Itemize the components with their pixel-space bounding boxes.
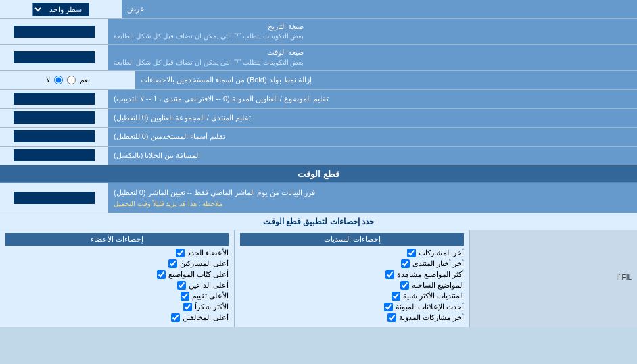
stats-forums-col: إحصاءات المنتديات أخر المشاركات أخر أخبا…	[234, 230, 469, 327]
label-forum: تقليم المنتدى / المجموعة العناوين (0 للت…	[108, 109, 637, 127]
stats-members-check-0[interactable]	[176, 249, 185, 257]
stats-members-item-1: أعلى المشاركين	[5, 259, 229, 268]
row-usernames: تقليم أسماء المستخدمين (0 للتعطيل) 0	[0, 128, 637, 147]
label-spacing: المسافة بين الخلايا (بالبكسل)	[108, 147, 637, 165]
stats-members-header: إحصاءات الأعضاء	[5, 233, 229, 246]
subject-input[interactable]: 33	[14, 93, 95, 105]
stats-forums-item-5: أحدث الإعلانات المبونة	[240, 303, 463, 311]
stats-forums-label-1: أخر أخبار المنتدى	[412, 259, 464, 268]
stats-forums-label-3: المواضيع الساخنة	[412, 281, 464, 290]
input-subject[interactable]: 33	[0, 90, 108, 108]
radio-yes-label: نعم	[80, 76, 90, 84]
forum-input[interactable]: 33	[14, 111, 95, 124]
input-display[interactable]: سطر واحد سطرين ثلاثة اسطر	[0, 0, 122, 18]
stats-forums-item-1: أخر أخبار المنتدى	[240, 259, 463, 268]
label-time-format: صيغة الوقت بعض التكوينات يتطلب "/" التي …	[108, 45, 637, 70]
cutoff-input[interactable]: 0	[14, 192, 95, 204]
row-subject: تقليم الموضوع / العناوين المدونة (0 -- ا…	[0, 90, 637, 109]
stats-members-check-4[interactable]	[181, 292, 189, 301]
label-cutoff: فرز البيانات من يوم الماشر الماضي فقط --…	[108, 183, 637, 213]
stats-members-label-6: أعلى المخالفين	[183, 313, 229, 322]
stats-forums-check-0[interactable]	[407, 249, 416, 257]
stats-container: If FIL إحصاءات المنتديات أخر المشاركات أ…	[0, 230, 637, 327]
radio-no-label: لا	[46, 76, 50, 84]
input-spacing[interactable]: 2	[0, 147, 108, 165]
stats-members-label-1: أعلى المشاركين	[180, 259, 229, 268]
stats-members-check-2[interactable]	[157, 270, 166, 279]
stats-forums-label-0: أخر المشاركات	[419, 249, 464, 257]
radio-bold-cell: نعم لا	[41, 74, 95, 86]
time-format-input[interactable]: H:i	[14, 51, 95, 63]
stats-members-item-3: أعلى الداعين	[5, 281, 229, 290]
stats-members-item-2: أعلى كتّاب المواضيع	[5, 270, 229, 279]
stats-forums-label-2: أكثر المواضيع مشاهدة	[397, 270, 464, 279]
label-display: عرض	[122, 0, 637, 18]
stats-forums-header: إحصاءات المنتديات	[240, 233, 463, 246]
stats-members-label-5: الأكثر شكراً	[195, 303, 229, 311]
spacing-input[interactable]: 2	[14, 149, 95, 161]
stats-forums-item-0: أخر المشاركات	[240, 249, 463, 257]
radio-bold-yes[interactable]	[67, 76, 76, 84]
stats-members-check-5[interactable]	[183, 303, 192, 311]
stats-forums-check-2[interactable]	[385, 270, 394, 279]
row-bold: إزالة نمط بولد (Bold) من اسماء المستخدمي…	[0, 71, 637, 90]
input-cutoff[interactable]: 0	[0, 183, 108, 213]
input-date-format[interactable]: d-m	[0, 19, 108, 44]
main-container: عرض سطر واحد سطرين ثلاثة اسطر صيغة التار…	[0, 0, 637, 327]
stats-section-header: حدد إحصاءات لتطبيق قطع الوقت	[0, 213, 637, 230]
stats-forums-check-4[interactable]	[392, 292, 400, 301]
stats-forums-label-4: المنتديات الأكثر شبية	[403, 292, 464, 301]
stats-members-check-3[interactable]	[177, 281, 186, 290]
stats-forums-check-5[interactable]	[384, 303, 393, 311]
stats-forums-check-6[interactable]	[387, 313, 396, 322]
section-header-cutoff: قطع الوقت	[0, 165, 637, 183]
stats-note-col: If FIL	[469, 230, 637, 327]
row-date-format: صيغة التاريخ بعض التكوينات يتطلب "/" الت…	[0, 19, 637, 45]
row-time-format: صيغة الوقت بعض التكوينات يتطلب "/" التي …	[0, 45, 637, 70]
stats-forums-item-2: أكثر المواضيع مشاهدة	[240, 270, 463, 279]
stats-forums-item-6: أخر مشاركات المدونة	[240, 313, 463, 322]
stats-members-check-1[interactable]	[168, 259, 177, 268]
input-time-format[interactable]: H:i	[0, 45, 108, 70]
input-usernames[interactable]: 0	[0, 128, 108, 146]
stats-members-label-3: أعلى الداعين	[189, 281, 229, 290]
usernames-input[interactable]: 0	[14, 130, 95, 142]
stats-forums-label-5: أحدث الإعلانات المبونة	[396, 303, 464, 311]
input-forum[interactable]: 33	[0, 109, 108, 127]
stats-forums-check-1[interactable]	[401, 259, 410, 268]
stats-forums-check-3[interactable]	[400, 281, 409, 290]
label-usernames: تقليم أسماء المستخدمين (0 للتعطيل)	[108, 128, 637, 146]
row-cutoff: فرز البيانات من يوم الماشر الماضي فقط --…	[0, 183, 637, 213]
stats-members-item-4: الأعلى تقييم	[5, 292, 229, 301]
stats-forums-item-4: المنتديات الأكثر شبية	[240, 292, 463, 301]
stats-members-check-6[interactable]	[171, 313, 180, 322]
row-display: عرض سطر واحد سطرين ثلاثة اسطر	[0, 0, 637, 19]
label-bold: إزالة نمط بولد (Bold) من اسماء المستخدمي…	[135, 71, 637, 89]
stats-members-label-2: أعلى كتّاب المواضيع	[168, 270, 229, 279]
date-format-input[interactable]: d-m	[14, 26, 95, 38]
radio-bold-no[interactable]	[54, 76, 63, 84]
label-date-format: صيغة التاريخ بعض التكوينات يتطلب "/" الت…	[108, 19, 637, 44]
row-spacing: المسافة بين الخلايا (بالبكسل) 2	[0, 147, 637, 165]
stats-members-item-0: الأعضاء الجدد	[5, 249, 229, 257]
stats-members-label-4: الأعلى تقييم	[192, 292, 229, 301]
stats-note: If FIL	[475, 233, 632, 281]
stats-members-col: إحصاءات الأعضاء الأعضاء الجدد أعلى المشا…	[0, 230, 234, 327]
stats-members-item-5: الأكثر شكراً	[5, 303, 229, 311]
stats-forums-item-3: المواضيع الساخنة	[240, 281, 463, 290]
stats-forums-label-6: أخر مشاركات المدونة	[399, 313, 464, 322]
stats-members-label-0: الأعضاء الجدد	[187, 249, 229, 257]
label-subject: تقليم الموضوع / العناوين المدونة (0 -- ا…	[108, 90, 637, 108]
stats-members-item-6: أعلى المخالفين	[5, 313, 229, 322]
row-forum: تقليم المنتدى / المجموعة العناوين (0 للت…	[0, 109, 637, 128]
display-select[interactable]: سطر واحد سطرين ثلاثة اسطر	[32, 3, 89, 16]
radio-bold-wrapper: نعم لا	[0, 71, 135, 89]
